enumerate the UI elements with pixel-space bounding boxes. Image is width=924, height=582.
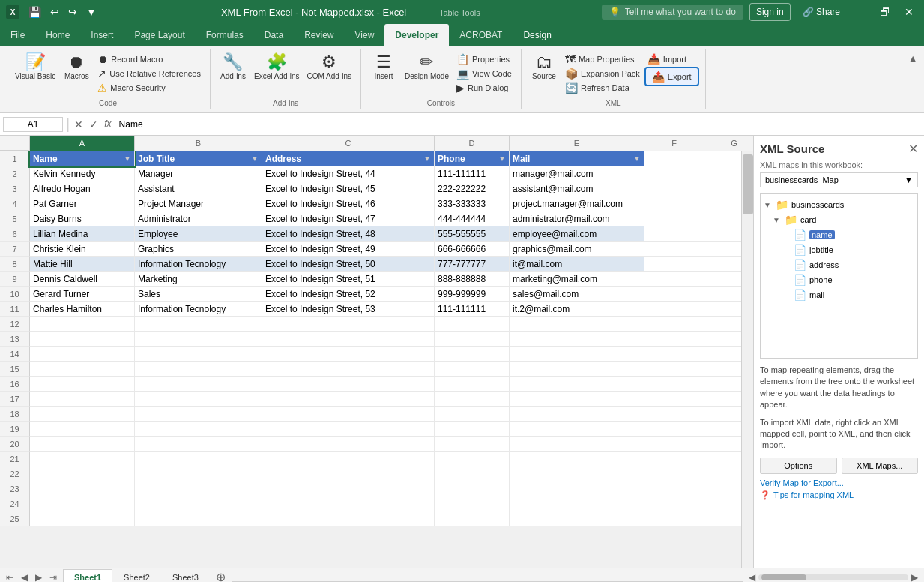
tab-insert[interactable]: Insert — [80, 24, 124, 46]
cell-a15[interactable] — [30, 362, 135, 376]
cell-f1[interactable] — [644, 152, 704, 166]
insert-function-icon[interactable]: fx — [103, 117, 112, 132]
view-code-button[interactable]: 💻 View Code — [453, 67, 515, 80]
cell-e25[interactable] — [510, 512, 644, 526]
cell-f6[interactable] — [644, 226, 704, 242]
row-num-4[interactable]: 4 — [0, 196, 30, 212]
cell-g13[interactable] — [704, 332, 741, 346]
cell-a3[interactable]: Alfredo Hogan — [30, 182, 135, 196]
cell-f15[interactable] — [644, 362, 704, 376]
cell-f14[interactable] — [644, 346, 704, 362]
macros-button[interactable]: ⏺ Macros — [60, 52, 93, 82]
cell-b18[interactable] — [135, 406, 262, 422]
row-num-18[interactable]: 18 — [0, 406, 30, 422]
cell-f25[interactable] — [644, 512, 704, 526]
cell-d9[interactable]: 888-888888 — [435, 272, 510, 286]
cell-a6[interactable]: Lillian Medina — [30, 226, 135, 242]
cell-e21[interactable] — [510, 452, 644, 466]
col-header-d[interactable]: D — [435, 136, 510, 151]
export-button[interactable]: 📤 Export — [644, 67, 699, 86]
sign-in-button[interactable]: Sign in — [749, 3, 791, 21]
cell-f18[interactable] — [644, 406, 704, 422]
cell-f24[interactable] — [644, 496, 704, 512]
cell-g16[interactable] — [704, 376, 741, 392]
cell-b17[interactable] — [135, 392, 262, 406]
collapse-ribbon-icon[interactable]: ▲ — [908, 52, 918, 64]
cell-c23[interactable] — [262, 482, 435, 496]
cell-c19[interactable] — [262, 422, 435, 436]
cell-b24[interactable] — [135, 496, 262, 512]
cell-b11[interactable]: Information Tecnology — [135, 302, 262, 316]
cell-c22[interactable] — [262, 466, 435, 482]
add-ins-button[interactable]: 🔧 Add-ins — [217, 52, 250, 82]
col-header-g[interactable]: G — [704, 136, 753, 151]
cell-a25[interactable] — [30, 512, 135, 526]
cell-g15[interactable] — [704, 362, 741, 376]
cell-b4[interactable]: Project Manager — [135, 196, 262, 212]
tree-item-card[interactable]: ▼ 📁 card — [773, 212, 914, 227]
row-num-25[interactable]: 25 — [0, 512, 30, 526]
map-properties-button[interactable]: 🗺 Map Properties — [562, 52, 643, 66]
row-num-6[interactable]: 6 — [0, 226, 30, 242]
cell-c1[interactable]: Address ▼ — [262, 152, 435, 166]
col-header-c[interactable]: C — [262, 136, 435, 151]
cell-f3[interactable] — [644, 182, 704, 196]
cell-b12[interactable] — [135, 316, 262, 332]
cell-a21[interactable] — [30, 452, 135, 466]
sheet-nav-prev[interactable]: ◀ — [18, 571, 31, 583]
sheet-tab-3[interactable]: Sheet3 — [161, 569, 210, 582]
cell-a22[interactable] — [30, 466, 135, 482]
h-scroll-thumb[interactable] — [761, 574, 806, 580]
cell-c7[interactable]: Excel to Indesign Street, 49 — [262, 242, 435, 256]
tab-design[interactable]: Design — [513, 24, 561, 46]
cell-a20[interactable] — [30, 436, 135, 452]
cell-d10[interactable]: 999-999999 — [435, 286, 510, 302]
refresh-data-button[interactable]: 🔄 Refresh Data — [562, 81, 643, 94]
visual-basic-button[interactable]: 📝 Visual Basic — [12, 52, 58, 82]
col-header-a[interactable]: A — [30, 136, 135, 151]
cell-f20[interactable] — [644, 436, 704, 452]
cell-f17[interactable] — [644, 392, 704, 406]
cell-g22[interactable] — [704, 466, 741, 482]
cell-g7[interactable] — [704, 242, 741, 256]
cell-e23[interactable] — [510, 482, 644, 496]
cell-b10[interactable]: Sales — [135, 286, 262, 302]
cell-e1[interactable]: Mail ▼ — [510, 152, 644, 166]
cell-b23[interactable] — [135, 482, 262, 496]
cell-d14[interactable] — [435, 346, 510, 362]
cell-d8[interactable]: 777-777777 — [435, 256, 510, 272]
verify-map-link[interactable]: Verify Map for Export... — [760, 478, 918, 488]
cell-g5[interactable] — [704, 212, 741, 226]
cell-d4[interactable]: 333-333333 — [435, 196, 510, 212]
cell-a4[interactable]: Pat Garner — [30, 196, 135, 212]
cell-e13[interactable] — [510, 332, 644, 346]
cell-c6[interactable]: Excel to Indesign Street, 48 — [262, 226, 435, 242]
cell-c14[interactable] — [262, 346, 435, 362]
ribbon-collapse[interactable]: ▲ — [908, 50, 918, 109]
save-button[interactable]: 💾 — [25, 4, 44, 20]
cell-b13[interactable] — [135, 332, 262, 346]
cell-c9[interactable]: Excel to Indesign Street, 51 — [262, 272, 435, 286]
record-macro-button[interactable]: ⏺ Record Macro — [94, 52, 204, 66]
undo-button[interactable]: ↩ — [47, 4, 62, 20]
cell-e3[interactable]: assistant@mail.com — [510, 182, 644, 196]
cell-c18[interactable] — [262, 406, 435, 422]
sheet-tab-1[interactable]: Sheet1 — [63, 569, 112, 583]
tab-formulas[interactable]: Formulas — [196, 24, 254, 46]
tab-review[interactable]: Review — [294, 24, 344, 46]
minimize-button[interactable]: — — [852, 3, 870, 21]
xml-map-dropdown[interactable]: businesscards_Map ▼ — [760, 172, 918, 188]
cell-a13[interactable] — [30, 332, 135, 346]
tab-view[interactable]: View — [345, 24, 385, 46]
cell-c25[interactable] — [262, 512, 435, 526]
cell-c2[interactable]: Excel to Indesign Street, 44 — [262, 166, 435, 182]
import-button[interactable]: 📥 Import — [644, 52, 699, 66]
tips-link[interactable]: ❓ Tips for mapping XML — [760, 490, 918, 500]
cell-c11[interactable]: Excel to Indesign Street, 53 — [262, 302, 435, 316]
com-add-ins-button[interactable]: ⚙ COM Add-ins — [304, 52, 354, 82]
cell-f16[interactable] — [644, 376, 704, 392]
cell-g17[interactable] — [704, 392, 741, 406]
cell-c17[interactable] — [262, 392, 435, 406]
vertical-scrollbar[interactable] — [741, 152, 753, 568]
cell-b25[interactable] — [135, 512, 262, 526]
